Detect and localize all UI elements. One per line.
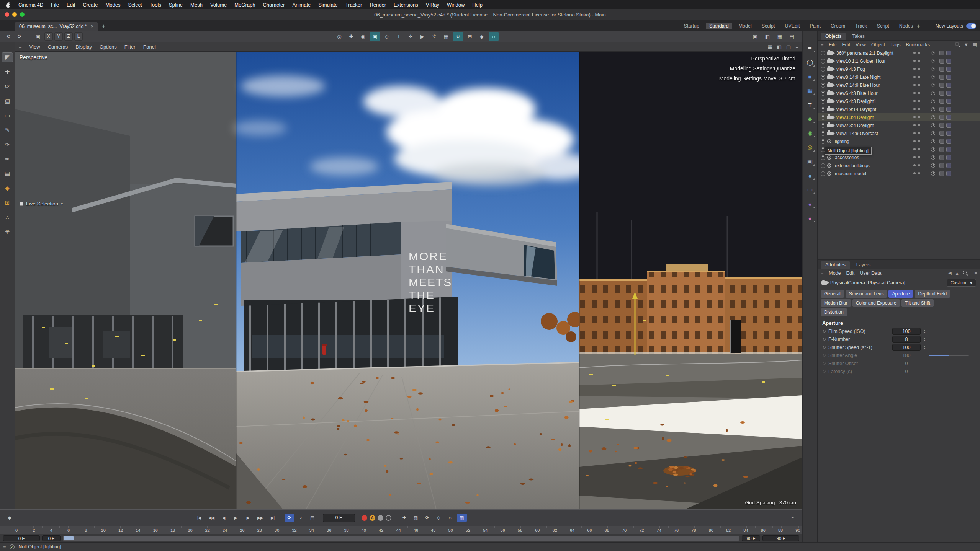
viewport-menu-item[interactable]: Cameras xyxy=(48,44,68,50)
render-tag-icon[interactable] xyxy=(939,115,944,120)
menu-item[interactable]: Extensions xyxy=(394,2,418,8)
key-snap-toggle[interactable]: ▦ xyxy=(457,514,467,522)
current-frame-field[interactable]: 0 F xyxy=(323,514,355,522)
value-spinner[interactable]: ▲▼ xyxy=(923,337,926,341)
next-key-button[interactable]: ▶▶ xyxy=(255,514,266,522)
search-icon[interactable] xyxy=(963,271,968,276)
menu-item[interactable]: Modes xyxy=(105,2,120,8)
object-tree-row[interactable]: view7 14:9 Blue Hour xyxy=(818,81,980,89)
range-start-field[interactable]: 0 F xyxy=(42,535,61,541)
field-value[interactable]: 8 xyxy=(892,336,921,343)
prev-key-button[interactable]: ◀◀ xyxy=(206,514,217,522)
autokey-button[interactable]: A xyxy=(370,515,375,521)
texture-tag-icon[interactable] xyxy=(946,75,951,80)
keyframe-dot[interactable] xyxy=(823,338,826,341)
key-bar-toggle[interactable]: ▤ xyxy=(308,514,317,522)
viewport-menu-item[interactable]: View xyxy=(29,44,40,50)
interactive-render-icon[interactable]: ▦ xyxy=(441,32,451,41)
object-manager-menu-item[interactable]: Bookmarks xyxy=(906,42,930,47)
object-tree-row[interactable]: view8 14:9 Late Night xyxy=(818,73,980,81)
new-layouts-toggle[interactable] xyxy=(966,23,976,29)
panel-tab[interactable]: Attributes xyxy=(821,261,850,269)
menu-item[interactable]: Animate xyxy=(293,2,311,8)
layout-tab[interactable]: Paint xyxy=(810,23,821,29)
record-parameter-toggle[interactable]: ◇ xyxy=(434,514,444,522)
range-max-field[interactable]: 90 F xyxy=(762,535,799,541)
panel-menu-icon[interactable]: ≡ xyxy=(821,42,823,47)
mesh-tool[interactable]: ▤ xyxy=(2,169,13,179)
expand-icon[interactable] xyxy=(821,115,825,120)
viewport-menu-item[interactable]: Filter xyxy=(124,44,136,50)
grid-snap-icon[interactable]: ⊞ xyxy=(465,32,475,41)
field-value[interactable]: 100 xyxy=(892,344,921,351)
shader-ball-icon[interactable]: ● xyxy=(805,214,815,223)
expand-icon[interactable] xyxy=(821,171,825,176)
menu-item[interactable]: Volume xyxy=(210,2,227,8)
layout-split-icon[interactable]: ◧ xyxy=(762,32,772,41)
range-slider[interactable] xyxy=(63,536,739,541)
object-manager-menu-item[interactable]: Object xyxy=(871,42,885,47)
expand-icon[interactable] xyxy=(821,131,825,136)
texture-tag-icon[interactable] xyxy=(946,163,951,168)
render-settings-icon[interactable]: ✲ xyxy=(429,32,439,41)
magnet-tool[interactable]: ✳ xyxy=(2,227,13,237)
texture-tag-icon[interactable] xyxy=(946,155,951,160)
viewport-menu-item[interactable]: Options xyxy=(100,44,117,50)
panel-tab[interactable]: Objects xyxy=(821,33,846,40)
visibility-dots[interactable] xyxy=(913,84,920,86)
prev-frame-button[interactable]: ◀ xyxy=(218,514,229,522)
menu-item[interactable]: File xyxy=(51,2,59,8)
record-scale-toggle[interactable]: ▧ xyxy=(411,514,421,522)
keyframe-dot[interactable] xyxy=(823,354,826,357)
measure-tool[interactable]: ∴ xyxy=(2,212,13,222)
visibility-dots[interactable] xyxy=(913,156,920,158)
object-tree-row[interactable]: lighting xyxy=(818,137,980,145)
layout-tab[interactable]: Standard xyxy=(706,23,732,29)
subdivision-surface-icon[interactable]: ◆ xyxy=(805,114,815,124)
layout-tab[interactable]: Sculpt xyxy=(762,23,775,29)
texture-tag-icon[interactable] xyxy=(946,171,951,176)
menu-item[interactable]: Mesh xyxy=(190,2,203,8)
menu-item[interactable]: Cinema 4D xyxy=(18,2,43,8)
value-spinner[interactable]: ▲▼ xyxy=(923,329,926,333)
expand-icon[interactable] xyxy=(821,139,825,144)
preset-dropdown[interactable]: Custom ▾ xyxy=(947,279,976,287)
menu-item[interactable]: Render xyxy=(370,2,386,8)
animation-clock-icon[interactable] xyxy=(931,83,935,87)
next-frame-button[interactable]: ▶ xyxy=(242,514,254,522)
keyframe-dot[interactable] xyxy=(823,330,826,333)
object-manager-menu-item[interactable]: View xyxy=(856,42,866,47)
menu-item[interactable]: Select xyxy=(128,2,142,8)
layout-tab[interactable]: Model xyxy=(739,23,752,29)
animation-clock-icon[interactable] xyxy=(931,115,935,119)
render-tag-icon[interactable] xyxy=(939,99,944,104)
keyframe-dot[interactable] xyxy=(823,362,826,365)
camera-lock-icon[interactable]: ▣ xyxy=(370,32,380,41)
panel-toggle-icon[interactable]: ◧ xyxy=(777,44,782,50)
menu-item[interactable]: Help xyxy=(472,2,483,8)
animation-clock-icon[interactable] xyxy=(931,147,935,152)
render-tag-icon[interactable] xyxy=(939,155,944,160)
menu-item[interactable]: V-Ray xyxy=(426,2,439,8)
texture-tag-icon[interactable] xyxy=(946,83,951,88)
magnet-snap-icon[interactable]: ∩ xyxy=(489,32,499,41)
object-tree-row[interactable]: view3 3:4 Daylight xyxy=(818,113,980,121)
viewport-menu-item[interactable]: Panel xyxy=(143,44,156,50)
object-tree-row[interactable]: accessories xyxy=(818,153,980,161)
deformer-icon[interactable]: ◉ xyxy=(805,129,815,138)
object-tree-row[interactable]: view6 4:3 Blue Hour xyxy=(818,89,980,97)
expand-icon[interactable] xyxy=(821,91,825,96)
viewport-menu-item[interactable]: Display xyxy=(75,44,92,50)
render-tag-icon[interactable] xyxy=(939,67,944,72)
expand-icon[interactable] xyxy=(821,163,825,168)
texture-tag-icon[interactable] xyxy=(946,147,951,152)
camera-orbit-icon[interactable]: ◎ xyxy=(334,32,344,41)
pen-tool[interactable]: ✎ xyxy=(2,125,13,135)
layout-quad-icon[interactable]: ▦ xyxy=(775,32,785,41)
camera-pan-icon[interactable]: ✚ xyxy=(346,32,356,41)
animation-clock-icon[interactable] xyxy=(931,91,935,95)
texture-tag-icon[interactable] xyxy=(946,107,951,112)
menu-item[interactable]: Edit xyxy=(67,2,75,8)
polygon-tool[interactable]: ▭ xyxy=(2,111,13,121)
workplane-icon[interactable]: ⊥ xyxy=(394,32,404,41)
